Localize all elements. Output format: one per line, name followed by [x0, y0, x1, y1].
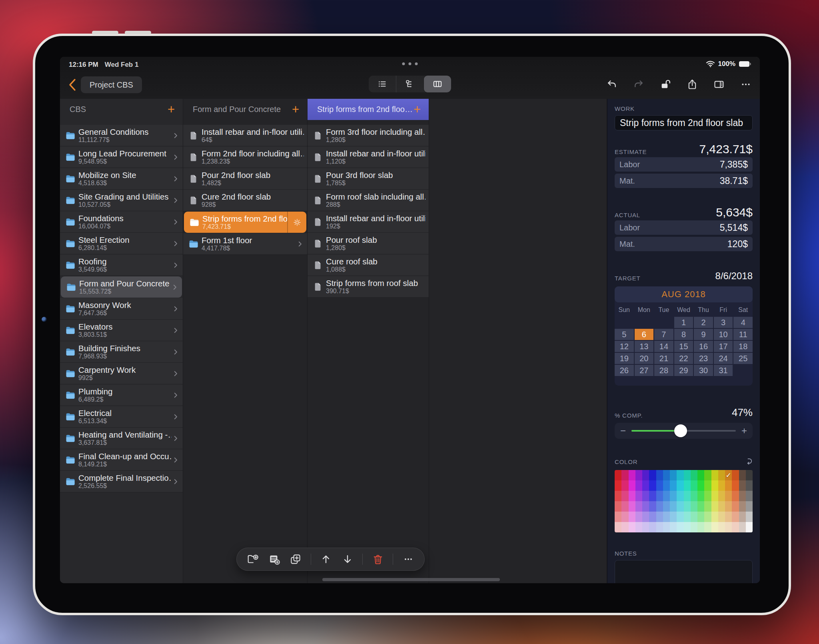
palette-color-swatch[interactable] [663, 491, 670, 501]
palette-color-swatch[interactable] [725, 512, 732, 522]
palette-color-swatch[interactable] [677, 501, 683, 512]
palette-color-swatch[interactable] [635, 470, 642, 480]
palette-color-swatch[interactable] [629, 491, 635, 501]
calendar-day[interactable]: 6 [635, 329, 654, 340]
list-item[interactable]: Complete Final Inspectio…2,526.55$ [60, 471, 183, 492]
palette-color-swatch[interactable] [663, 512, 670, 522]
palette-color-swatch[interactable] [704, 491, 711, 501]
calendar-day[interactable]: 9 [694, 329, 713, 340]
palette-color-swatch[interactable] [656, 480, 663, 491]
palette-color-swatch[interactable] [684, 491, 691, 501]
palette-color-swatch[interactable] [656, 501, 663, 512]
list-item[interactable]: Install rebar and in-floor utili…192$ [308, 211, 429, 233]
calendar-day[interactable]: 17 [714, 341, 733, 352]
palette-color-swatch[interactable] [649, 491, 656, 501]
share-icon[interactable] [686, 78, 698, 90]
list-item[interactable]: Foundations16,004.07$ [60, 211, 183, 233]
palette-color-swatch[interactable] [615, 501, 621, 512]
calendar-day[interactable]: 19 [615, 353, 634, 364]
palette-color-swatch[interactable] [739, 491, 746, 501]
calendar-day[interactable]: 30 [694, 365, 713, 376]
palette-color-swatch[interactable] [635, 522, 642, 532]
palette-color-swatch[interactable] [718, 501, 725, 512]
palette-color-swatch[interactable] [642, 470, 649, 480]
redo-icon[interactable] [633, 78, 645, 90]
calendar-day[interactable]: 23 [694, 353, 713, 364]
palette-color-swatch[interactable] [746, 480, 753, 491]
palette-color-swatch[interactable] [732, 501, 739, 512]
palette-color-swatch[interactable] [670, 522, 677, 532]
palette-color-swatch[interactable] [621, 470, 628, 480]
columns-view-tab[interactable] [424, 76, 451, 92]
palette-color-swatch[interactable] [663, 501, 670, 512]
palette-color-swatch[interactable] [711, 491, 718, 501]
palette-color-swatch[interactable] [670, 480, 677, 491]
palette-color-swatch[interactable] [629, 470, 635, 480]
calendar-day[interactable]: 11 [733, 329, 753, 340]
palette-color-swatch[interactable] [718, 470, 725, 480]
palette-color-swatch[interactable] [697, 470, 704, 480]
list-item[interactable]: Pour roof slab1,280$ [308, 233, 429, 254]
palette-color-swatch[interactable] [621, 480, 628, 491]
list-item[interactable]: Strip forms from 2nd flo…7,423.71$ [184, 212, 306, 233]
palette-color-swatch[interactable] [615, 480, 621, 491]
palette-color-swatch[interactable] [649, 480, 656, 491]
palette-color-swatch[interactable] [635, 512, 642, 522]
list-item[interactable]: Long Lead Procurement9,548.95$ [60, 146, 183, 168]
palette-color-swatch[interactable] [711, 512, 718, 522]
calendar-month[interactable]: AUG 2018 [615, 286, 753, 302]
slider-track[interactable] [631, 430, 736, 432]
slider-thumb[interactable] [674, 424, 687, 437]
palette-color-swatch[interactable] [746, 470, 753, 480]
palette-color-swatch[interactable] [739, 470, 746, 480]
palette-color-swatch[interactable] [684, 480, 691, 491]
palette-color-swatch[interactable] [642, 501, 649, 512]
palette-color-swatch[interactable] [684, 470, 691, 480]
palette-color-swatch[interactable] [621, 501, 628, 512]
palette-color-swatch[interactable] [718, 480, 725, 491]
palette-color-swatch[interactable] [725, 480, 732, 491]
list-item[interactable]: Plumbing6,489.2$ [60, 384, 183, 406]
palette-color-swatch[interactable] [621, 491, 628, 501]
palette-color-swatch[interactable] [704, 522, 711, 532]
palette-color-swatch[interactable] [635, 480, 642, 491]
actual-material-row[interactable]: Mat. 120$ [615, 237, 753, 251]
list-item[interactable]: Form and Pour Concrete15,553.72$ [61, 276, 182, 298]
palette-color-swatch[interactable] [691, 522, 697, 532]
palette-color-swatch[interactable] [746, 491, 753, 501]
move-up-icon[interactable] [320, 553, 332, 566]
palette-color-swatch[interactable] [670, 470, 677, 480]
duplicate-icon[interactable] [289, 553, 302, 566]
palette-color-swatch[interactable] [725, 491, 732, 501]
calendar-day[interactable]: 14 [654, 341, 673, 352]
palette-color-swatch[interactable] [629, 522, 635, 532]
list-view-tab[interactable] [369, 76, 396, 92]
palette-color-swatch[interactable] [697, 501, 704, 512]
palette-color-swatch[interactable] [656, 470, 663, 480]
palette-color-swatch[interactable] [711, 480, 718, 491]
calendar-day[interactable]: 16 [694, 341, 713, 352]
palette-color-swatch[interactable] [677, 522, 683, 532]
outline-view-tab[interactable] [396, 76, 423, 92]
list-item[interactable]: Form 1st floor4,417.78$ [183, 233, 307, 255]
palette-color-swatch[interactable] [739, 501, 746, 512]
palette-color-swatch[interactable] [629, 501, 635, 512]
list-item[interactable]: Install rebar and in-floor utili…1,120$ [308, 146, 429, 168]
calendar-day[interactable]: 5 [615, 329, 634, 340]
list-item[interactable]: Form roof slab including all…288$ [308, 190, 429, 211]
palette-color-swatch[interactable] [684, 522, 691, 532]
palette-color-swatch[interactable] [663, 480, 670, 491]
palette-color-swatch[interactable] [629, 480, 635, 491]
horizontal-scrollbar[interactable] [322, 578, 500, 581]
more-dots-icon[interactable] [402, 62, 418, 65]
list-item[interactable]: Carpentry Work992$ [60, 363, 183, 384]
palette-color-swatch[interactable] [704, 480, 711, 491]
list-item[interactable]: Elevators3,803.51$ [60, 320, 183, 341]
palette-color-swatch[interactable] [732, 480, 739, 491]
palette-color-swatch[interactable] [739, 480, 746, 491]
palette-color-swatch[interactable] [642, 491, 649, 501]
palette-color-swatch[interactable] [635, 501, 642, 512]
palette-color-swatch[interactable] [697, 512, 704, 522]
palette-color-swatch[interactable] [677, 491, 683, 501]
palette-color-swatch[interactable] [615, 512, 621, 522]
